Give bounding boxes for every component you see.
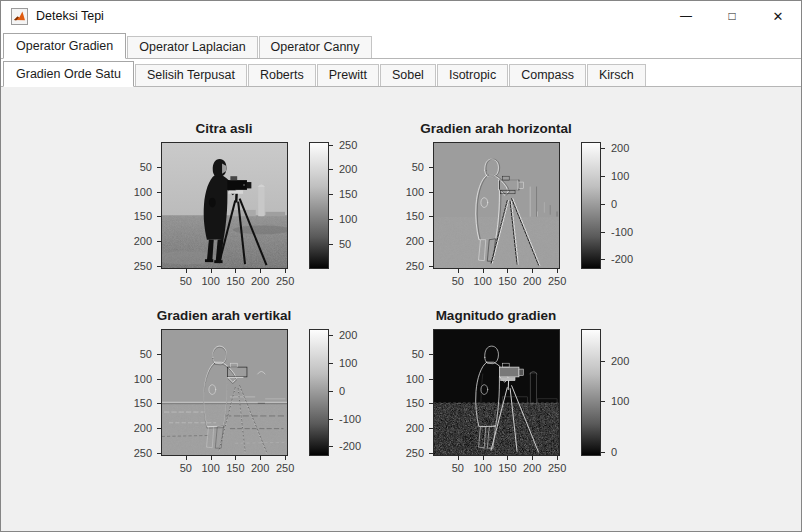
tab-label: Isotropic bbox=[449, 68, 496, 82]
tab-prewitt[interactable]: Prewitt bbox=[317, 64, 379, 86]
y-axis: 50100150200250 bbox=[393, 329, 429, 456]
y-tick-label: 100 bbox=[134, 186, 152, 198]
y-tick-label: 200 bbox=[134, 235, 152, 247]
colorbar-tick-mark bbox=[601, 204, 605, 205]
x-tick-label: 250 bbox=[548, 462, 566, 474]
y-tick-label: 200 bbox=[134, 422, 152, 434]
y-axis: 50100150200250 bbox=[393, 142, 429, 269]
plot-gradien-arah-horizontal: Gradien arah horizontal 50100150200250 5… bbox=[393, 87, 645, 292]
colorbar-tick-mark bbox=[329, 194, 333, 195]
matlab-app-icon[interactable] bbox=[11, 8, 28, 25]
colorbar bbox=[309, 329, 329, 456]
tab-isotropic[interactable]: Isotropic bbox=[437, 64, 508, 86]
x-tick-mark bbox=[507, 456, 508, 460]
colorbar-axis: 25020015010050 bbox=[333, 142, 373, 269]
x-tick-mark bbox=[557, 456, 558, 460]
app-window: Deteksi Tepi — □ ✕ Operator Gradien Oper… bbox=[0, 0, 802, 532]
x-tick-mark bbox=[507, 269, 508, 273]
tab-label: Operator Gradien bbox=[16, 39, 113, 53]
colorbar-axis: 2001000 bbox=[605, 329, 645, 456]
colorbar-tick-label: 250 bbox=[339, 139, 357, 151]
colorbar-tick-mark bbox=[329, 335, 333, 336]
colorbar-tick-label: -100 bbox=[339, 413, 361, 425]
cameraman-image bbox=[434, 330, 559, 455]
colorbar-tick-label: 100 bbox=[339, 357, 357, 369]
y-tick-label: 150 bbox=[406, 210, 424, 222]
colorbar-tick-label: 100 bbox=[611, 170, 629, 182]
x-tick-mark bbox=[458, 456, 459, 460]
x-tick-mark bbox=[235, 269, 236, 273]
colorbar-tick-label: 200 bbox=[611, 355, 629, 367]
tab-compass[interactable]: Compass bbox=[509, 64, 586, 86]
close-button[interactable]: ✕ bbox=[755, 1, 801, 31]
tab-label: Kirsch bbox=[599, 68, 634, 82]
colorbar-tick-mark bbox=[329, 244, 333, 245]
colorbar-tick-mark bbox=[329, 446, 333, 447]
tab-kirsch[interactable]: Kirsch bbox=[587, 64, 646, 86]
tab-label: Selisih Terpusat bbox=[147, 68, 235, 82]
x-tick-label: 200 bbox=[523, 462, 541, 474]
x-tick-mark bbox=[211, 269, 212, 273]
tab-sobel[interactable]: Sobel bbox=[380, 64, 436, 86]
plot-title: Citra asli bbox=[195, 121, 252, 136]
colorbar-tick-mark bbox=[329, 391, 333, 392]
x-axis: 50100150200250 bbox=[433, 460, 560, 474]
colorbar-tick-label: 100 bbox=[339, 213, 357, 225]
x-tick-mark bbox=[186, 269, 187, 273]
y-tick-label: 100 bbox=[406, 186, 424, 198]
plot-magnitudo-gradien: Magnitudo gradien 50100150200250 50 bbox=[393, 274, 645, 479]
tab-label: Operator Laplacian bbox=[139, 40, 245, 54]
x-tick-mark bbox=[260, 269, 261, 273]
plot-citra-asli: Citra asli 50100150200250 50100150200250… bbox=[121, 87, 373, 292]
colorbar-tick-label: 200 bbox=[339, 329, 357, 341]
tab-label: Gradien Orde Satu bbox=[16, 67, 121, 81]
cameraman-image bbox=[434, 143, 559, 268]
inner-tab-strip: Gradien Orde Satu Selisih Terpusat Rober… bbox=[1, 59, 801, 87]
colorbar-tick-mark bbox=[329, 419, 333, 420]
y-tick-label: 150 bbox=[134, 397, 152, 409]
tab-label: Prewitt bbox=[329, 68, 367, 82]
colorbar-tick-mark bbox=[601, 401, 605, 402]
plot-title: Gradien arah vertikal bbox=[157, 308, 291, 323]
y-tick-label: 100 bbox=[134, 373, 152, 385]
tab-selisih-terpusat[interactable]: Selisih Terpusat bbox=[135, 64, 247, 86]
y-tick-label: 100 bbox=[406, 373, 424, 385]
y-tick-label: 150 bbox=[406, 397, 424, 409]
x-tick-mark bbox=[483, 269, 484, 273]
y-tick-label: 250 bbox=[406, 260, 424, 272]
colorbar-tick-label: 0 bbox=[611, 198, 617, 210]
tab-operator-gradien[interactable]: Operator Gradien bbox=[3, 33, 126, 59]
y-tick-label: 250 bbox=[134, 447, 152, 459]
x-tick-label: 150 bbox=[226, 462, 244, 474]
image-axes bbox=[161, 142, 288, 269]
window-controls: — □ ✕ bbox=[663, 1, 801, 31]
colorbar-tick-label: 50 bbox=[339, 238, 351, 250]
colorbar bbox=[309, 142, 329, 269]
y-tick-label: 200 bbox=[406, 235, 424, 247]
colorbar-axis: 2001000-100-200 bbox=[333, 329, 373, 456]
window-title: Deteksi Tepi bbox=[36, 9, 104, 23]
tab-operator-laplacian[interactable]: Operator Laplacian bbox=[127, 36, 257, 58]
x-tick-label: 150 bbox=[498, 462, 516, 474]
x-tick-label: 250 bbox=[276, 462, 294, 474]
y-tick-label: 50 bbox=[140, 348, 152, 360]
tab-roberts[interactable]: Roberts bbox=[248, 64, 316, 86]
titlebar[interactable]: Deteksi Tepi — □ ✕ bbox=[1, 1, 801, 31]
y-tick-label: 250 bbox=[406, 447, 424, 459]
image-axes bbox=[433, 142, 560, 269]
image-axes bbox=[161, 329, 288, 456]
x-tick-label: 200 bbox=[251, 462, 269, 474]
colorbar-tick-label: -200 bbox=[611, 253, 633, 265]
cameraman-image bbox=[162, 143, 287, 268]
colorbar-tick-mark bbox=[601, 148, 605, 149]
colorbar-tick-label: -200 bbox=[339, 440, 361, 452]
tab-operator-canny[interactable]: Operator Canny bbox=[259, 36, 372, 58]
y-axis: 50100150200250 bbox=[121, 329, 157, 456]
x-tick-label: 100 bbox=[473, 462, 491, 474]
minimize-button[interactable]: — bbox=[663, 1, 709, 31]
colorbar-tick-mark bbox=[601, 176, 605, 177]
tab-gradien-orde-satu[interactable]: Gradien Orde Satu bbox=[3, 61, 134, 87]
maximize-button[interactable]: □ bbox=[709, 1, 755, 31]
colorbar-tick-label: 200 bbox=[339, 163, 357, 175]
tab-label: Sobel bbox=[392, 68, 424, 82]
